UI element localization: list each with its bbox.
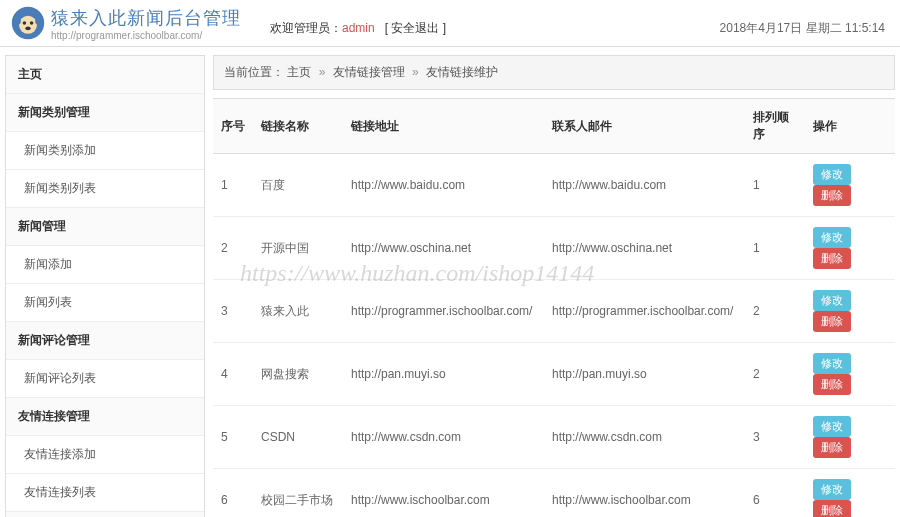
breadcrumb-item[interactable]: 友情链接管理: [333, 65, 405, 79]
table-row: 3猿来入此http://programmer.ischoolbar.com/ht…: [213, 280, 895, 343]
cell-order: 3: [745, 406, 805, 469]
cell-actions: 修改删除: [805, 217, 895, 280]
cell-order: 2: [745, 343, 805, 406]
logout-link[interactable]: [ 安全退出 ]: [385, 20, 446, 37]
monkey-icon: [10, 5, 46, 41]
admin-name: admin: [342, 21, 375, 35]
delete-button[interactable]: 删除: [813, 500, 851, 517]
content: 当前位置： 主页 » 友情链接管理 » 友情链接维护 序号链接名称链接地址联系人…: [213, 55, 895, 517]
cell-email: http://pan.muyi.so: [544, 343, 745, 406]
cell-order: 6: [745, 469, 805, 518]
cell-name: 网盘搜索: [253, 343, 343, 406]
cell-email: http://www.oschina.net: [544, 217, 745, 280]
cell-actions: 修改删除: [805, 343, 895, 406]
sidebar-item-3[interactable]: 新闻类别列表: [6, 170, 204, 208]
datetime: 2018年4月17日 星期二 11:5:14: [720, 20, 885, 37]
sidebar-item-11[interactable]: 友情连接列表: [6, 474, 204, 512]
cell-no: 1: [213, 154, 253, 217]
column-header: 链接地址: [343, 99, 544, 154]
welcome-text: 欢迎管理员：admin: [270, 20, 375, 37]
edit-button[interactable]: 修改: [813, 164, 851, 185]
sidebar-item-10[interactable]: 友情连接添加: [6, 436, 204, 474]
cell-email: http://www.baidu.com: [544, 154, 745, 217]
delete-button[interactable]: 删除: [813, 185, 851, 206]
svg-point-6: [35, 18, 42, 25]
sidebar-item-1[interactable]: 新闻类别管理: [6, 94, 204, 132]
cell-actions: 修改删除: [805, 469, 895, 518]
link-table: 序号链接名称链接地址联系人邮件排列顺序操作 1百度http://www.baid…: [213, 98, 895, 517]
column-header: 联系人邮件: [544, 99, 745, 154]
cell-order: 1: [745, 154, 805, 217]
svg-point-4: [25, 27, 30, 31]
edit-button[interactable]: 修改: [813, 479, 851, 500]
logo: 猿来入此新闻后台管理 http://programmer.ischoolbar.…: [10, 5, 241, 41]
cell-actions: 修改删除: [805, 154, 895, 217]
delete-button[interactable]: 删除: [813, 374, 851, 395]
sidebar-item-6[interactable]: 新闻列表: [6, 284, 204, 322]
cell-url: http://programmer.ischoolbar.com/: [343, 280, 544, 343]
svg-point-3: [30, 21, 34, 25]
breadcrumb: 当前位置： 主页 » 友情链接管理 » 友情链接维护: [213, 55, 895, 90]
cell-order: 1: [745, 217, 805, 280]
cell-name: 校园二手市场: [253, 469, 343, 518]
sidebar-item-9[interactable]: 友情连接管理: [6, 398, 204, 436]
column-header: 序号: [213, 99, 253, 154]
delete-button[interactable]: 删除: [813, 248, 851, 269]
edit-button[interactable]: 修改: [813, 227, 851, 248]
sidebar-item-2[interactable]: 新闻类别添加: [6, 132, 204, 170]
cell-no: 5: [213, 406, 253, 469]
breadcrumb-item[interactable]: 主页: [287, 65, 311, 79]
cell-name: CSDN: [253, 406, 343, 469]
column-header: 操作: [805, 99, 895, 154]
column-header: 链接名称: [253, 99, 343, 154]
svg-point-2: [23, 21, 27, 25]
edit-button[interactable]: 修改: [813, 416, 851, 437]
sidebar-item-8[interactable]: 新闻评论列表: [6, 360, 204, 398]
sidebar-item-12[interactable]: 系统管理: [6, 512, 204, 517]
cell-url: http://www.csdn.com: [343, 406, 544, 469]
sidebar-item-7[interactable]: 新闻评论管理: [6, 322, 204, 360]
table-row: 5CSDNhttp://www.csdn.comhttp://www.csdn.…: [213, 406, 895, 469]
cell-url: http://www.oschina.net: [343, 217, 544, 280]
breadcrumb-item[interactable]: 友情链接维护: [426, 65, 498, 79]
table-row: 1百度http://www.baidu.comhttp://www.baidu.…: [213, 154, 895, 217]
sidebar-item-5[interactable]: 新闻添加: [6, 246, 204, 284]
sidebar: 主页新闻类别管理新闻类别添加新闻类别列表新闻管理新闻添加新闻列表新闻评论管理新闻…: [5, 55, 205, 517]
table-row: 4网盘搜索http://pan.muyi.sohttp://pan.muyi.s…: [213, 343, 895, 406]
svg-point-1: [19, 16, 37, 34]
svg-point-5: [14, 18, 21, 25]
edit-button[interactable]: 修改: [813, 290, 851, 311]
cell-no: 2: [213, 217, 253, 280]
cell-email: http://www.ischoolbar.com: [544, 469, 745, 518]
cell-no: 6: [213, 469, 253, 518]
cell-name: 猿来入此: [253, 280, 343, 343]
sidebar-item-0[interactable]: 主页: [6, 56, 204, 94]
cell-url: http://www.ischoolbar.com: [343, 469, 544, 518]
delete-button[interactable]: 删除: [813, 311, 851, 332]
edit-button[interactable]: 修改: [813, 353, 851, 374]
cell-no: 3: [213, 280, 253, 343]
cell-actions: 修改删除: [805, 280, 895, 343]
cell-actions: 修改删除: [805, 406, 895, 469]
logo-subtitle: http://programmer.ischoolbar.com/: [51, 30, 241, 41]
sidebar-item-4[interactable]: 新闻管理: [6, 208, 204, 246]
cell-order: 2: [745, 280, 805, 343]
cell-name: 开源中国: [253, 217, 343, 280]
logo-title: 猿来入此新闻后台管理: [51, 6, 241, 30]
cell-email: http://www.csdn.com: [544, 406, 745, 469]
table-row: 6校园二手市场http://www.ischoolbar.comhttp://w…: [213, 469, 895, 518]
table-row: 2开源中国http://www.oschina.nethttp://www.os…: [213, 217, 895, 280]
cell-name: 百度: [253, 154, 343, 217]
cell-url: http://pan.muyi.so: [343, 343, 544, 406]
header: 猿来入此新闻后台管理 http://programmer.ischoolbar.…: [0, 0, 900, 47]
column-header: 排列顺序: [745, 99, 805, 154]
cell-no: 4: [213, 343, 253, 406]
cell-url: http://www.baidu.com: [343, 154, 544, 217]
delete-button[interactable]: 删除: [813, 437, 851, 458]
cell-email: http://programmer.ischoolbar.com/: [544, 280, 745, 343]
